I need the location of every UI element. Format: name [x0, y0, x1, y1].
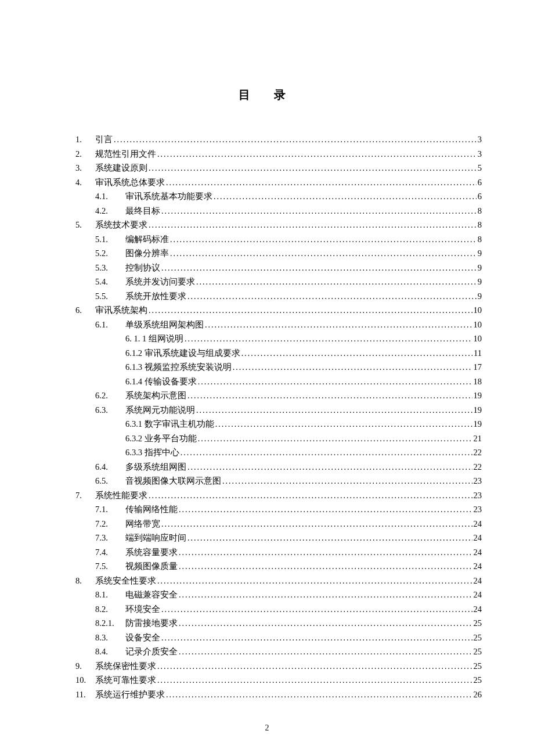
toc-entry-label: 系统性能要求	[95, 491, 147, 500]
toc-leader-dots	[166, 178, 477, 187]
toc-entry: 8.1.电磁兼容安全24	[52, 591, 482, 599]
toc-leader-dots	[233, 363, 472, 372]
toc-entry-number: 11.	[75, 690, 95, 699]
toc-leader-dots	[161, 605, 472, 614]
toc-entry-label: 系统容量要求	[125, 548, 178, 557]
toc-entry-number: 7.4.	[95, 548, 125, 557]
toc-entry-number: 6.	[75, 306, 95, 315]
toc-leader-dots	[198, 434, 472, 443]
toc-entry-page: 25	[474, 619, 482, 628]
toc-entry-page: 9	[478, 278, 482, 286]
toc-entry-label: 记录介质安全	[125, 647, 178, 656]
toc-entry-number: 5.2.	[95, 249, 125, 258]
toc-entry-label: 审讯系统基本功能要求	[125, 192, 212, 201]
toc-entry: 4.2.最终目标8	[52, 207, 482, 215]
toc-entry-label: 审讯系统架构	[95, 306, 147, 315]
toc-entry: 5.1.编解码标准8	[52, 235, 482, 244]
toc-entry-number: 6.3.	[95, 406, 125, 415]
toc-leader-dots	[187, 534, 472, 542]
toc-entry-page: 24	[474, 591, 482, 599]
toc-entry-label: 6.1.4 传输设备要求	[125, 377, 197, 386]
toc-entry: 10.系统可靠性要求25	[52, 676, 482, 685]
toc-entry-number: 4.2.	[95, 207, 125, 215]
toc-entry-number: 7.3.	[95, 534, 125, 542]
toc-entry: 7.4.系统容量要求24	[52, 548, 482, 557]
toc-entry-label: 防雷接地要求	[125, 619, 178, 628]
toc-entry-page: 24	[474, 577, 482, 585]
toc-entry-page: 9	[478, 264, 482, 272]
toc-leader-dots	[149, 306, 472, 315]
toc-entry-label: 音视频图像大联网示意图	[125, 477, 221, 485]
toc-entry-number: 5.3.	[95, 264, 125, 272]
toc-entry-page: 10	[474, 334, 482, 343]
toc-entry: 5.2.图像分辨率9	[52, 249, 482, 258]
toc-leader-dots	[187, 391, 472, 400]
toc-entry: 7.5.视频图像质量24	[52, 562, 482, 571]
toc-entry: 6.3.2 业务平台功能21	[52, 434, 482, 443]
toc-entry: 5.3.控制协议9	[52, 264, 482, 272]
toc-entry-number: 5.4.	[95, 278, 125, 286]
toc-entry: 8.3.设备安全25	[52, 633, 482, 642]
toc-entry: 7.3.端到端响应时间24	[52, 534, 482, 542]
toc-entry-number: 4.1.	[95, 192, 125, 201]
toc-entry: 6.审讯系统架构10	[52, 306, 482, 315]
table-of-contents: 1.引言32.规范性引用文件33.系统建设原则54.审讯系统总体要求64.1.审…	[52, 135, 482, 699]
toc-entry-label: 系统并发访问要求	[125, 278, 195, 286]
toc-entry-label: 最终目标	[125, 207, 160, 215]
toc-entry-number: 7.5.	[95, 562, 125, 571]
toc-entry-page: 25	[474, 647, 482, 656]
toc-entry-label: 视频图像质量	[125, 562, 178, 571]
toc-entry: 11.系统运行维护要求26	[52, 690, 482, 699]
toc-entry-number: 9.	[75, 662, 95, 671]
toc-entry: 6.3.1 数字审讯主机功能19	[52, 420, 482, 429]
toc-entry-number: 6.2.	[95, 391, 125, 400]
toc-entry-label: 6.1.3 视频监控系统安装说明	[125, 363, 232, 372]
toc-leader-dots	[179, 619, 472, 628]
toc-entry-label: 规范性引用文件	[95, 150, 156, 159]
toc-entry-page: 17	[474, 363, 482, 372]
toc-entry: 6.1.4 传输设备要求18	[52, 377, 482, 386]
toc-entry: 2.规范性引用文件3	[52, 150, 482, 159]
toc-entry-label: 6. 1. 1 组网说明	[125, 334, 183, 343]
toc-entry-label: 编解码标准	[125, 235, 169, 244]
toc-entry-number: 5.	[75, 221, 95, 229]
toc-entry-number: 10.	[75, 676, 95, 685]
toc-leader-dots	[179, 562, 472, 571]
toc-entry-page: 11	[474, 349, 482, 358]
toc-entry-number: 7.2.	[95, 520, 125, 528]
toc-leader-dots	[157, 577, 472, 585]
toc-entry-label: 电磁兼容安全	[125, 591, 178, 599]
toc-entry-page: 10	[474, 306, 482, 315]
toc-leader-dots	[241, 349, 472, 358]
toc-entry: 3.系统建设原则5	[52, 164, 482, 172]
toc-entry: 6.1.单级系统组网架构图10	[52, 321, 482, 329]
toc-entry-page: 26	[474, 690, 482, 699]
toc-entry: 8.4.记录介质安全25	[52, 647, 482, 656]
toc-entry-label: 网络带宽	[125, 520, 160, 528]
toc-entry-page: 5	[478, 164, 482, 172]
toc-entry: 4.1.审讯系统基本功能要求6	[52, 192, 482, 201]
toc-entry-page: 19	[474, 420, 482, 429]
toc-entry-label: 单级系统组网架构图	[125, 321, 204, 329]
toc-leader-dots	[157, 676, 472, 685]
toc-entry-label: 传输网络性能	[125, 505, 178, 514]
toc-entry: 6.1.2 审讯系统建设与组成要求11	[52, 349, 482, 358]
toc-entry-label: 图像分辨率	[125, 249, 169, 258]
toc-entry-label: 6.1.2 审讯系统建设与组成要求	[125, 349, 240, 358]
toc-entry-label: 多级系统组网图	[125, 463, 186, 471]
toc-entry: 9.系统保密性要求25	[52, 662, 482, 671]
toc-entry: 6.5.音视频图像大联网示意图23	[52, 477, 482, 485]
toc-leader-dots	[179, 647, 472, 656]
toc-entry-page: 21	[474, 434, 482, 443]
toc-entry-page: 24	[474, 562, 482, 571]
toc-leader-dots	[222, 477, 472, 485]
toc-leader-dots	[179, 548, 472, 557]
toc-leader-dots	[149, 491, 472, 500]
toc-entry: 6.2.系统架构示意图19	[52, 391, 482, 400]
toc-entry-number: 6.4.	[95, 463, 125, 471]
toc-entry: 1.引言3	[52, 135, 482, 144]
toc-entry-label: 系统架构示意图	[125, 391, 186, 400]
toc-entry-number: 3.	[75, 164, 95, 172]
toc-entry: 5.5.系统开放性要求9	[52, 292, 482, 301]
toc-leader-dots	[196, 406, 472, 415]
